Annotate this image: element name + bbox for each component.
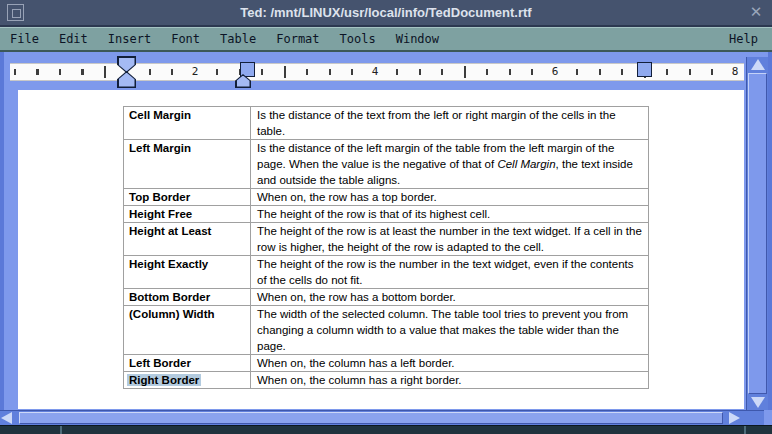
menu-help[interactable]: Help bbox=[719, 29, 768, 49]
window-right-border bbox=[768, 52, 772, 410]
table-row: (Column) Width The width of the selected… bbox=[124, 306, 649, 355]
horizontal-scrollbar[interactable] bbox=[0, 410, 764, 425]
ruler-number-8: 8 bbox=[728, 65, 743, 79]
term-cell: Top Border bbox=[124, 189, 251, 205]
menu-tools[interactable]: Tools bbox=[330, 29, 386, 49]
italic-reference: Cell Margin bbox=[497, 158, 555, 170]
menu-font[interactable]: Font bbox=[161, 29, 210, 49]
term-cell: Right Border bbox=[124, 372, 251, 388]
menu-file[interactable]: File bbox=[0, 29, 49, 49]
selected-text: Right Border bbox=[127, 374, 201, 386]
ruler-tick-inch-1 bbox=[104, 66, 106, 78]
term-cell: Height Exactly bbox=[124, 256, 251, 288]
title-bar[interactable]: Ted: /mnt/LINUX/usr/local/info/TedDocume… bbox=[0, 0, 772, 27]
frame-resize-notch bbox=[744, 426, 746, 434]
vertical-scrollbar-thumb[interactable] bbox=[748, 73, 767, 394]
desc-cell: When on, the column has a right border. bbox=[251, 372, 649, 388]
scroll-up-button[interactable] bbox=[747, 57, 768, 72]
window-title: Ted: /mnt/LINUX/usr/local/info/TedDocume… bbox=[0, 0, 772, 25]
desc-cell: When on, the row has a bottom border. bbox=[251, 289, 649, 305]
arrow-up-icon bbox=[751, 59, 765, 70]
term-cell: Left Margin bbox=[124, 140, 251, 188]
desc-cell: When on, the column has a left border. bbox=[251, 355, 649, 371]
arrow-right-icon bbox=[729, 412, 740, 424]
scroll-left-button[interactable] bbox=[1, 411, 18, 425]
table-row: Right Border When on, the column has a r… bbox=[124, 372, 649, 389]
ruler-number-4: 4 bbox=[368, 65, 383, 79]
arrow-left-icon bbox=[1, 412, 12, 424]
desc-cell: Is the distance of the text from the lef… bbox=[251, 107, 649, 139]
table-row: Bottom Border When on, the row has a bot… bbox=[124, 289, 649, 306]
desc-cell: The height of the row is the number in t… bbox=[251, 256, 649, 288]
desc-cell: Is the distance of the left margin of th… bbox=[251, 140, 649, 188]
desc-cell: When on, the row has a top border. bbox=[251, 189, 649, 205]
arrow-down-icon bbox=[751, 397, 765, 408]
menu-insert[interactable]: Insert bbox=[98, 29, 161, 49]
menu-edit[interactable]: Edit bbox=[49, 29, 98, 49]
ruler-number-2: 2 bbox=[188, 65, 203, 79]
term-cell: Height Free bbox=[124, 206, 251, 222]
desc-cell: The height of the row is that of its hig… bbox=[251, 206, 649, 222]
table-row: Left Margin Is the distance of the left … bbox=[124, 140, 649, 189]
ted-application-window: Ted: /mnt/LINUX/usr/local/info/TedDocume… bbox=[0, 0, 772, 434]
table-row: Height Free The height of the row is tha… bbox=[124, 206, 649, 223]
scroll-down-button[interactable] bbox=[747, 395, 768, 410]
vertical-scrollbar[interactable] bbox=[746, 57, 768, 410]
help-table: Cell Margin Is the distance of the text … bbox=[123, 106, 649, 389]
term-cell: Cell Margin bbox=[124, 107, 251, 139]
term-cell: Left Border bbox=[124, 355, 251, 371]
window-left-border bbox=[0, 52, 4, 410]
window-bottom-frame[interactable] bbox=[0, 425, 772, 434]
menu-table[interactable]: Table bbox=[210, 29, 266, 49]
ruler-number-6: 6 bbox=[548, 65, 563, 79]
ruler-tick-inch-5 bbox=[464, 66, 466, 78]
desc-cell: The width of the selected column. The ta… bbox=[251, 306, 649, 354]
close-icon[interactable]: ✕ bbox=[747, 3, 765, 22]
term-cell: Height at Least bbox=[124, 223, 251, 255]
table-row: Top Border When on, the row has a top bo… bbox=[124, 189, 649, 206]
term-cell: Bottom Border bbox=[124, 289, 251, 305]
menu-bar: File Edit Insert Font Table Format Tools… bbox=[0, 27, 772, 52]
ruler-tick-inch-3 bbox=[284, 66, 286, 78]
right-indent-marker[interactable] bbox=[637, 62, 652, 77]
frame-resize-notch bbox=[60, 426, 62, 434]
menu-format[interactable]: Format bbox=[266, 29, 329, 49]
desc-cell: The height of the row is at least the nu… bbox=[251, 223, 649, 255]
scroll-right-button[interactable] bbox=[729, 411, 746, 425]
table-row: Height Exactly The height of the row is … bbox=[124, 256, 649, 289]
table-row: Left Border When on, the column has a le… bbox=[124, 355, 649, 372]
table-row: Cell Margin Is the distance of the text … bbox=[124, 107, 649, 140]
document-page[interactable]: Cell Margin Is the distance of the text … bbox=[18, 90, 744, 409]
horizontal-scrollbar-thumb[interactable] bbox=[19, 412, 723, 424]
table-row: Height at Least The height of the row is… bbox=[124, 223, 649, 256]
menu-window[interactable]: Window bbox=[386, 29, 449, 49]
term-cell: (Column) Width bbox=[124, 306, 251, 354]
